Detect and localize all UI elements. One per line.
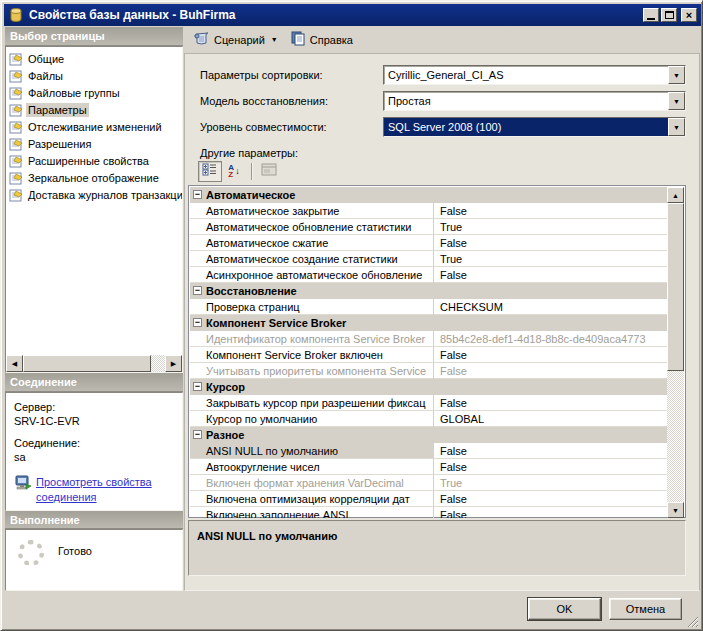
property-name[interactable]: Компонент Service Broker включен: [190, 347, 434, 363]
scroll-right-icon[interactable]: ▶: [165, 355, 182, 372]
script-dropdown-icon[interactable]: ▼: [271, 36, 278, 43]
property-value[interactable]: False: [434, 347, 669, 363]
help-button[interactable]: Справка: [286, 29, 357, 50]
chevron-down-icon[interactable]: ▼: [668, 92, 685, 110]
scrollbar-track[interactable]: [151, 355, 165, 372]
property-value[interactable]: False: [434, 443, 669, 459]
script-button[interactable]: Сценарий ▼: [189, 29, 282, 50]
collapse-icon[interactable]: −: [193, 318, 202, 327]
property-name[interactable]: Курсор по умолчанию: [190, 411, 434, 427]
sidebar-item[interactable]: Разрешения: [6, 135, 182, 152]
alphabetical-sort-button[interactable]: A Z ↓: [222, 161, 246, 182]
property-value[interactable]: False: [434, 235, 669, 251]
property-value[interactable]: GLOBAL: [434, 411, 669, 427]
scrollbar-thumb[interactable]: [667, 203, 684, 371]
collation-combobox[interactable]: Cyrillic_General_CI_AS ▼: [383, 65, 686, 85]
grid-row[interactable]: Закрывать курсор при разрешении фиксацFa…: [190, 395, 669, 411]
sidebar-item[interactable]: Отслеживание изменений: [6, 118, 182, 135]
grid-row[interactable]: Автоматическое закрытиеFalse: [190, 203, 669, 219]
property-value[interactable]: True: [434, 475, 669, 491]
minimize-button[interactable]: [643, 8, 659, 22]
property-name[interactable]: Асинхронное автоматическое обновление: [190, 267, 434, 283]
view-connection-properties-link[interactable]: Просмотреть свойства соединения: [14, 475, 182, 505]
grid-row[interactable]: Автоокругление чиселFalse: [190, 459, 669, 475]
grid-vertical-scrollbar[interactable]: ▲ ▼: [667, 187, 684, 518]
property-name[interactable]: Автоматическое закрытие: [190, 203, 434, 219]
sidebar-item[interactable]: Файловые группы: [6, 84, 182, 101]
property-name[interactable]: Автоокругление чисел: [190, 459, 434, 475]
help-button-label[interactable]: Справка: [310, 34, 353, 46]
property-value[interactable]: False: [434, 395, 669, 411]
script-button-label[interactable]: Сценарий: [214, 34, 265, 46]
resize-grip[interactable]: [685, 613, 698, 626]
sidebar-item[interactable]: Зеркальное отображение: [6, 169, 182, 186]
grid-row[interactable]: Идентификатор компонента Service Broker8…: [190, 331, 669, 347]
grid-category-row[interactable]: −Автоматическое: [190, 187, 669, 203]
property-value[interactable]: False: [434, 363, 669, 379]
property-name[interactable]: Автоматическое обновление статистики: [190, 219, 434, 235]
sidebar-item[interactable]: Расширенные свойства: [6, 152, 182, 169]
recovery-model-value[interactable]: Простая: [384, 92, 668, 110]
grid-row[interactable]: Автоматическое создание статистикиTrue: [190, 251, 669, 267]
collapse-icon[interactable]: −: [193, 382, 202, 391]
property-name[interactable]: Проверка страниц: [190, 299, 434, 315]
collapse-icon[interactable]: −: [193, 286, 202, 295]
scroll-left-icon[interactable]: ◀: [6, 355, 23, 372]
property-value[interactable]: False: [434, 203, 669, 219]
grid-row[interactable]: Включена оптимизация корреляции датFalse: [190, 491, 669, 507]
chevron-down-icon[interactable]: ▼: [668, 66, 685, 84]
link-label[interactable]: Просмотреть свойства соединения: [36, 475, 166, 505]
sidebar-item[interactable]: Параметры: [6, 101, 182, 118]
grid-row[interactable]: Автоматическое обновление статистикиTrue: [190, 219, 669, 235]
grid-category-row[interactable]: −Разное: [190, 427, 669, 443]
grid-row[interactable]: Учитывать приоритеты компонента ServiceF…: [190, 363, 669, 379]
scroll-down-icon[interactable]: ▼: [667, 502, 684, 518]
title-bar[interactable]: Свойства базы данных - BuhFirma ×: [4, 4, 701, 26]
scrollbar-thumb[interactable]: [23, 355, 151, 372]
property-name[interactable]: Учитывать приоритеты компонента Service: [190, 363, 434, 379]
property-value[interactable]: False: [434, 491, 669, 507]
property-value[interactable]: False: [434, 267, 669, 283]
grid-row[interactable]: Включен формат хранения VarDecimalTrue: [190, 475, 669, 491]
grid-category-row[interactable]: −Курсор: [190, 379, 669, 395]
grid-category-row[interactable]: −Восстановление: [190, 283, 669, 299]
property-value[interactable]: True: [434, 251, 669, 267]
property-name[interactable]: Включен формат хранения VarDecimal: [190, 475, 434, 491]
sidebar-item[interactable]: Общие: [6, 50, 182, 67]
cancel-button[interactable]: Отмена: [609, 598, 682, 620]
sidebar-item[interactable]: Файлы: [6, 67, 182, 84]
property-value[interactable]: True: [434, 219, 669, 235]
property-name[interactable]: Автоматическое сжатие: [190, 235, 434, 251]
compatibility-level-combobox[interactable]: SQL Server 2008 (100) ▼: [383, 117, 686, 137]
collapse-icon[interactable]: −: [193, 430, 202, 439]
property-value[interactable]: False: [434, 507, 669, 518]
ok-button[interactable]: OK: [528, 598, 601, 620]
grid-row[interactable]: Проверка страницCHECKSUM: [190, 299, 669, 315]
grid-row[interactable]: Курсор по умолчаниюGLOBAL: [190, 411, 669, 427]
property-value[interactable]: False: [434, 459, 669, 475]
collapse-icon[interactable]: −: [193, 190, 202, 199]
property-value[interactable]: CHECKSUM: [434, 299, 669, 315]
grid-row[interactable]: Компонент Service Broker включенFalse: [190, 347, 669, 363]
grid-row[interactable]: ANSI NULL по умолчаниюFalse: [190, 443, 669, 459]
compatibility-level-value[interactable]: SQL Server 2008 (100): [384, 118, 668, 136]
maximize-button[interactable]: [661, 8, 677, 22]
property-value[interactable]: 85b4c2e8-def1-4d18-8b8c-de409aca4773: [434, 331, 669, 347]
property-name[interactable]: Идентификатор компонента Service Broker: [190, 331, 434, 347]
property-name[interactable]: Включено заполнение ANSI: [190, 507, 434, 518]
recovery-model-combobox[interactable]: Простая ▼: [383, 91, 686, 111]
chevron-down-icon[interactable]: ▼: [668, 118, 685, 136]
categorized-view-button[interactable]: [198, 161, 222, 182]
property-name[interactable]: Включена оптимизация корреляции дат: [190, 491, 434, 507]
property-name[interactable]: Закрывать курсор при разрешении фиксац: [190, 395, 434, 411]
property-name[interactable]: Автоматическое создание статистики: [190, 251, 434, 267]
collation-value[interactable]: Cyrillic_General_CI_AS: [384, 66, 668, 84]
grid-category-row[interactable]: −Компонент Service Broker: [190, 315, 669, 331]
property-name[interactable]: ANSI NULL по умолчанию: [190, 443, 434, 459]
grid-row[interactable]: Включено заполнение ANSIFalse: [190, 507, 669, 518]
tree-horizontal-scrollbar[interactable]: ◀ ▶: [6, 355, 182, 372]
close-button[interactable]: ×: [681, 8, 697, 22]
sidebar-item[interactable]: Доставка журналов транзакций: [6, 186, 182, 203]
scroll-up-icon[interactable]: ▲: [667, 187, 684, 203]
grid-row[interactable]: Автоматическое сжатиеFalse: [190, 235, 669, 251]
